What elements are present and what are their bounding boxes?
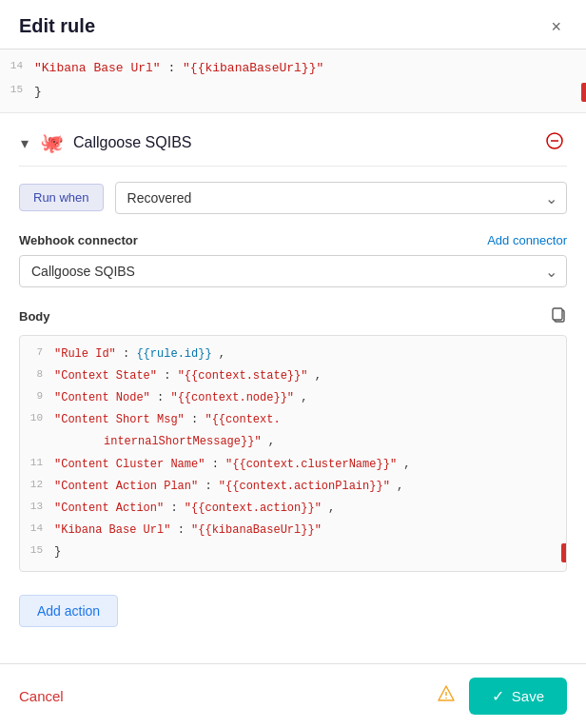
- body-error-marker: [561, 543, 566, 562]
- body-line-13: 13 "Content Action" : "{{context.action}…: [20, 498, 566, 520]
- top-error-marker: [581, 83, 586, 102]
- body-line-8: 8 "Context State" : "{{context.state}}" …: [20, 365, 566, 387]
- body-header: Body: [19, 306, 567, 327]
- body-line-7: 7 "Rule Id" : {{rule.id}} ,: [20, 344, 566, 365]
- run-when-select[interactable]: Active Recovered No data Error: [115, 182, 567, 214]
- body-code-editor: 7 "Rule Id" : {{rule.id}} , 8 "Context S…: [19, 335, 567, 573]
- save-button[interactable]: ✓ Save: [469, 678, 567, 715]
- webhook-connector-header: Webhook connector Add connector: [19, 233, 567, 247]
- add-connector-button[interactable]: Add connector: [487, 233, 567, 247]
- body-section: Body 7 "Rule Id" : {{ru: [19, 306, 567, 573]
- top-code-line-14: 14 "Kibana Base Url" : "{{kibanaBaseUrl}…: [0, 57, 586, 81]
- body-line-15: 15 }: [20, 541, 566, 563]
- checkmark-icon: ✓: [492, 687, 504, 705]
- action-section: ▾ 🐙 Callgoose SQIBS Run when Active Reco…: [0, 117, 586, 580]
- run-when-select-wrapper: Active Recovered No data Error ⌄: [115, 182, 567, 214]
- top-code-line-15: 15 }: [0, 81, 586, 105]
- modal-header: Edit rule ×: [0, 0, 586, 49]
- body-line-14: 14 "Kibana Base Url" : "{{kibanaBaseUrl}…: [20, 520, 566, 541]
- copy-icon: [550, 306, 567, 324]
- cancel-button[interactable]: Cancel: [19, 688, 64, 704]
- connector-select[interactable]: Callgoose SQIBS: [19, 255, 567, 287]
- warning-icon: [437, 684, 456, 708]
- close-button[interactable]: ×: [545, 16, 567, 37]
- body-line-10: 10 "Content Short Msg" : "{{context.: [20, 409, 566, 431]
- svg-rect-3: [553, 308, 562, 320]
- connector-select-wrapper: Callgoose SQIBS ⌄: [19, 255, 567, 287]
- collapse-button[interactable]: ▾: [19, 132, 30, 154]
- add-action-section: Add action: [0, 580, 586, 642]
- body-label: Body: [19, 309, 50, 324]
- webhook-connector-label: Webhook connector: [19, 233, 138, 247]
- body-line-9: 9 "Content Node" : "{{context.node}}" ,: [20, 387, 566, 409]
- save-label: Save: [512, 688, 544, 704]
- webhook-connector-section: Webhook connector Add connector Callgoos…: [19, 233, 567, 287]
- body-line-10-cont: internalShortMessage}}" ,: [20, 431, 566, 453]
- copy-body-button[interactable]: [550, 306, 567, 327]
- footer-right: ✓ Save: [437, 678, 567, 715]
- modal-body: 14 "Kibana Base Url" : "{{kibanaBaseUrl}…: [0, 49, 586, 663]
- modal-footer: Cancel ✓ Save: [0, 663, 586, 728]
- action-header: ▾ 🐙 Callgoose SQIBS: [19, 117, 567, 167]
- action-type-icon: 🐙: [40, 131, 64, 154]
- remove-action-button[interactable]: [542, 130, 567, 156]
- top-code-block: 14 "Kibana Base Url" : "{{kibanaBaseUrl}…: [0, 49, 586, 113]
- modal-title: Edit rule: [19, 15, 95, 37]
- minus-circle-icon: [546, 132, 563, 149]
- run-when-row: Run when Active Recovered No data Error …: [19, 182, 567, 214]
- body-line-11: 11 "Content Cluster Name" : "{{context.c…: [20, 454, 566, 476]
- run-when-label: Run when: [19, 184, 104, 211]
- svg-point-5: [445, 698, 447, 699]
- body-line-12: 12 "Content Action Plan" : "{{context.ac…: [20, 476, 566, 498]
- edit-rule-modal: Edit rule × 14 "Kibana Base Url" : "{{ki…: [0, 0, 586, 728]
- action-name: Callgoose SQIBS: [73, 134, 533, 151]
- add-action-button[interactable]: Add action: [19, 595, 118, 627]
